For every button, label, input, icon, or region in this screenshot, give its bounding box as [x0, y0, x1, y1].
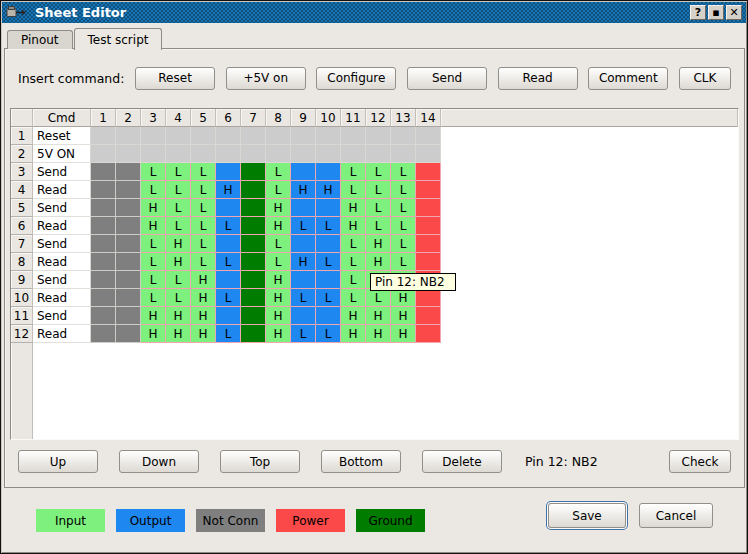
pin-cell[interactable]: L	[341, 235, 366, 253]
pin-cell[interactable]: L	[141, 235, 166, 253]
footer-top-button[interactable]: Top	[220, 450, 300, 473]
pin-cell[interactable]	[266, 145, 291, 163]
pin-cell[interactable]: H	[266, 325, 291, 343]
row-number[interactable]: 1	[11, 127, 33, 145]
pin-cell[interactable]	[241, 253, 266, 271]
pin-cell[interactable]: L	[166, 163, 191, 181]
pin-cell[interactable]: L	[391, 181, 416, 199]
pin-cell[interactable]: L	[141, 163, 166, 181]
pin-cell[interactable]: H	[316, 181, 341, 199]
pin-cell[interactable]: L	[266, 235, 291, 253]
pin-cell[interactable]	[241, 325, 266, 343]
pin-cell[interactable]: L	[366, 163, 391, 181]
pin-cell[interactable]: L	[266, 181, 291, 199]
row-number[interactable]: 8	[11, 253, 33, 271]
cmd-cell[interactable]: Send	[33, 199, 91, 217]
pin-cell[interactable]	[391, 127, 416, 145]
pin-cell[interactable]	[91, 199, 116, 217]
pin-cell[interactable]: L	[391, 217, 416, 235]
pin-cell[interactable]: H	[166, 325, 191, 343]
pin-cell[interactable]	[216, 127, 241, 145]
pin-cell[interactable]: H	[141, 217, 166, 235]
pin-cell[interactable]	[91, 235, 116, 253]
row-number[interactable]: 10	[11, 289, 33, 307]
pin-cell[interactable]	[116, 217, 141, 235]
tab-test-script[interactable]: Test script	[74, 28, 163, 50]
minimize-button[interactable]: ▪	[708, 5, 724, 20]
cmd-cell[interactable]: Send	[33, 271, 91, 289]
insert-read-button[interactable]: Read	[498, 67, 578, 90]
cmd-cell[interactable]: Read	[33, 325, 91, 343]
pin-cell[interactable]: L	[141, 289, 166, 307]
pin-cell[interactable]	[341, 145, 366, 163]
pin-cell[interactable]: H	[191, 325, 216, 343]
pin-cell[interactable]	[416, 325, 441, 343]
pin-cell[interactable]: L	[216, 253, 241, 271]
pin-cell[interactable]: L	[141, 271, 166, 289]
pin-cell[interactable]	[116, 181, 141, 199]
pin-cell[interactable]	[241, 271, 266, 289]
pin-cell[interactable]	[216, 235, 241, 253]
pin-cell[interactable]	[216, 163, 241, 181]
pin-cell[interactable]	[241, 181, 266, 199]
pin-cell[interactable]: H	[166, 253, 191, 271]
cmd-cell[interactable]: Send	[33, 307, 91, 325]
pin-cell[interactable]	[316, 127, 341, 145]
pin-cell[interactable]: L	[366, 217, 391, 235]
pin-cell[interactable]	[416, 307, 441, 325]
pin-cell[interactable]	[241, 163, 266, 181]
insert-comment-button[interactable]: Comment	[588, 67, 668, 90]
pin-cell[interactable]: H	[341, 325, 366, 343]
pin-cell[interactable]	[266, 127, 291, 145]
pin-cell[interactable]: H	[391, 325, 416, 343]
cancel-button[interactable]: Cancel	[639, 503, 713, 528]
pin-cell[interactable]	[316, 163, 341, 181]
pin-cell[interactable]	[166, 145, 191, 163]
pin-cell[interactable]: L	[166, 271, 191, 289]
footer-bottom-button[interactable]: Bottom	[321, 450, 401, 473]
check-button[interactable]: Check	[669, 450, 731, 473]
pin-cell[interactable]: H	[366, 235, 391, 253]
row-number[interactable]: 11	[11, 307, 33, 325]
pin-cell[interactable]: H	[341, 199, 366, 217]
pin-cell[interactable]: L	[366, 181, 391, 199]
pin-cell[interactable]: L	[166, 181, 191, 199]
pin-cell[interactable]: H	[166, 235, 191, 253]
pin-cell[interactable]	[116, 235, 141, 253]
pin-cell[interactable]	[416, 163, 441, 181]
row-number[interactable]: 7	[11, 235, 33, 253]
pin-cell[interactable]	[91, 307, 116, 325]
pin-cell[interactable]: L	[191, 199, 216, 217]
pin-cell[interactable]: L	[341, 253, 366, 271]
pin-cell[interactable]	[316, 307, 341, 325]
pin-cell[interactable]: H	[366, 307, 391, 325]
pin-cell[interactable]: L	[291, 325, 316, 343]
pin-cell[interactable]: L	[141, 253, 166, 271]
pin-cell[interactable]: L	[191, 217, 216, 235]
pin-cell[interactable]	[316, 145, 341, 163]
insert-send-button[interactable]: Send	[407, 67, 487, 90]
pin-cell[interactable]: H	[366, 253, 391, 271]
pin-cell[interactable]	[241, 199, 266, 217]
pin-cell[interactable]: H	[216, 181, 241, 199]
pin-cell[interactable]	[291, 235, 316, 253]
pin-cell[interactable]	[116, 271, 141, 289]
pin-cell[interactable]	[191, 145, 216, 163]
pin-cell[interactable]	[116, 325, 141, 343]
pin-cell[interactable]	[366, 127, 391, 145]
pin-cell[interactable]: L	[191, 163, 216, 181]
pin-cell[interactable]	[316, 271, 341, 289]
pin-cell[interactable]: L	[391, 199, 416, 217]
pin-cell[interactable]	[166, 127, 191, 145]
pin-cell[interactable]	[291, 127, 316, 145]
pin-cell[interactable]: L	[366, 289, 391, 307]
pin-cell[interactable]: L	[291, 217, 316, 235]
pin-cell[interactable]: L	[191, 181, 216, 199]
cmd-cell[interactable]: Read	[33, 253, 91, 271]
cmd-cell[interactable]: Read	[33, 181, 91, 199]
footer-down-button[interactable]: Down	[119, 450, 199, 473]
pin-cell[interactable]: L	[316, 325, 341, 343]
pin-cell[interactable]: H	[191, 271, 216, 289]
pin-cell[interactable]: H	[166, 307, 191, 325]
cmd-cell[interactable]: Reset	[33, 127, 91, 145]
